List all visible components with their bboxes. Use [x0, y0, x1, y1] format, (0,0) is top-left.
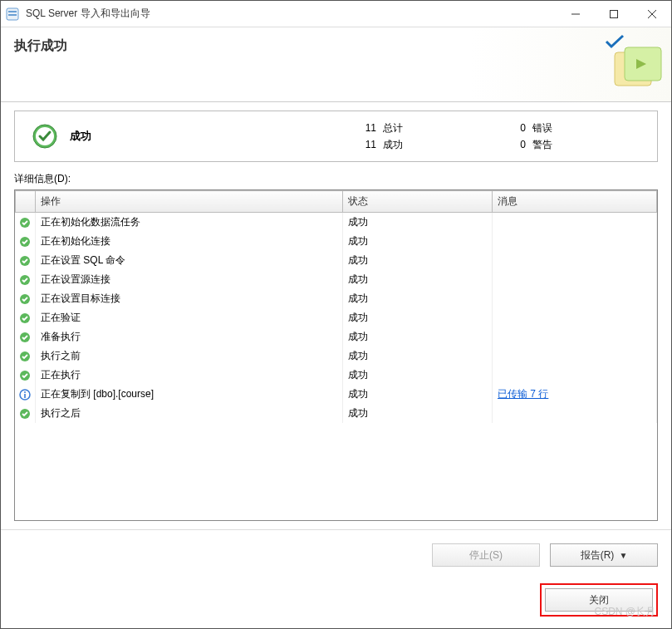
- details-table: 操作 状态 消息 正在初始化数据流任务成功正在初始化连接成功正在设置 SQL 命…: [15, 190, 657, 423]
- close-button-highlight: 关闭: [540, 583, 658, 617]
- table-row[interactable]: 正在执行成功: [16, 366, 657, 385]
- action-cell: 准备执行: [36, 327, 343, 346]
- page-title: 执行成功: [14, 37, 658, 55]
- window-title: SQL Server 导入和导出向导: [26, 7, 557, 21]
- error-label: 错误: [532, 120, 552, 136]
- success-icon: [16, 251, 36, 270]
- table-row[interactable]: 准备执行成功: [16, 327, 657, 346]
- status-cell: 成功: [343, 366, 493, 385]
- action-cell: 正在设置 SQL 命令: [36, 251, 343, 270]
- action-cell: 正在验证: [36, 308, 343, 327]
- footer-row: 关闭: [1, 575, 671, 628]
- error-count: 0: [499, 120, 526, 136]
- success-icon: [16, 346, 36, 366]
- maximize-button[interactable]: [595, 2, 633, 27]
- svg-point-22: [24, 391, 26, 393]
- col-header-icon[interactable]: [16, 191, 36, 213]
- window-controls: [557, 2, 671, 27]
- content-area: 成功 11总计 11成功 0错误 0警告 详细信息(D):: [1, 102, 671, 529]
- table-row[interactable]: 正在初始化数据流任务成功: [16, 213, 657, 233]
- status-cell: 成功: [343, 213, 493, 233]
- action-cell: 正在执行: [36, 366, 343, 385]
- status-cell: 成功: [343, 404, 493, 423]
- message-link[interactable]: 已传输 7 行: [498, 388, 548, 400]
- table-row[interactable]: 执行之前成功: [16, 346, 657, 366]
- success-icon: [16, 270, 36, 289]
- wizard-window: SQL Server 导入和导出向导 执行成功: [0, 0, 672, 629]
- message-cell: 已传输 7 行: [493, 385, 657, 404]
- message-cell: [493, 270, 657, 289]
- table-row[interactable]: 正在验证成功: [16, 308, 657, 327]
- col-header-message[interactable]: 消息: [493, 191, 657, 213]
- summary-status-text: 成功: [70, 129, 91, 144]
- status-cell: 成功: [343, 232, 493, 251]
- success-icon: [16, 232, 36, 251]
- stop-button[interactable]: 停止(S): [432, 543, 540, 567]
- report-button[interactable]: 报告(R) ▼: [550, 543, 658, 567]
- message-cell: [493, 213, 657, 233]
- svg-rect-23: [24, 394, 26, 398]
- status-cell: 成功: [343, 251, 493, 270]
- action-cell: 正在初始化连接: [36, 232, 343, 251]
- success-icon: [16, 308, 36, 327]
- status-cell: 成功: [343, 270, 493, 289]
- message-cell: [493, 327, 657, 346]
- success-icon: [16, 327, 36, 346]
- warning-count: 0: [499, 136, 526, 153]
- header-panel: 执行成功: [1, 27, 671, 102]
- details-label: 详细信息(D):: [14, 172, 658, 186]
- total-count: 11: [350, 120, 376, 136]
- status-cell: 成功: [343, 346, 493, 366]
- message-cell: [493, 346, 657, 366]
- table-row[interactable]: 正在设置目标连接成功: [16, 289, 657, 308]
- message-cell: [493, 308, 657, 327]
- message-cell: [493, 251, 657, 270]
- report-button-label: 报告(R): [581, 548, 615, 563]
- summary-errors: 0错误 0警告: [499, 120, 649, 153]
- action-cell: 正在设置源连接: [36, 270, 343, 289]
- dropdown-caret-icon: ▼: [619, 551, 627, 560]
- table-row[interactable]: 正在初始化连接成功: [16, 232, 657, 251]
- message-cell: [493, 404, 657, 423]
- success-icon: [16, 289, 36, 308]
- status-cell: 成功: [343, 289, 493, 308]
- success-label: 成功: [383, 136, 403, 153]
- status-cell: 成功: [343, 308, 493, 327]
- close-window-button[interactable]: [633, 2, 671, 27]
- action-cell: 正在设置目标连接: [36, 289, 343, 308]
- svg-rect-1: [8, 11, 17, 12]
- action-button-row: 停止(S) 报告(R) ▼: [1, 529, 671, 575]
- col-header-status[interactable]: 状态: [343, 191, 493, 213]
- success-count: 11: [350, 136, 376, 153]
- titlebar: SQL Server 导入和导出向导: [1, 1, 671, 27]
- action-cell: 正在复制到 [dbo].[course]: [36, 385, 343, 404]
- action-cell: 执行之前: [36, 346, 343, 366]
- message-cell: [493, 289, 657, 308]
- svg-rect-4: [611, 10, 618, 17]
- table-row[interactable]: 正在设置 SQL 命令成功: [16, 251, 657, 270]
- success-icon: [16, 213, 36, 233]
- action-cell: 正在初始化数据流任务: [36, 213, 343, 233]
- table-row[interactable]: 执行之后成功: [16, 404, 657, 423]
- table-row[interactable]: 正在设置源连接成功: [16, 270, 657, 289]
- success-large-icon: [32, 123, 58, 150]
- minimize-button[interactable]: [557, 2, 595, 27]
- status-cell: 成功: [343, 327, 493, 346]
- table-row[interactable]: 正在复制到 [dbo].[course]成功已传输 7 行: [16, 385, 657, 404]
- details-table-wrap: 操作 状态 消息 正在初始化数据流任务成功正在初始化连接成功正在设置 SQL 命…: [14, 189, 658, 521]
- header-decoration-icon: [611, 44, 665, 94]
- info-icon: [16, 385, 36, 404]
- close-button[interactable]: 关闭: [545, 588, 653, 612]
- total-label: 总计: [383, 120, 403, 136]
- summary-box: 成功 11总计 11成功 0错误 0警告: [14, 111, 658, 162]
- app-icon: [6, 7, 19, 21]
- message-cell: [493, 232, 657, 251]
- message-cell: [493, 366, 657, 385]
- warning-label: 警告: [532, 136, 552, 153]
- success-icon: [16, 366, 36, 385]
- summary-totals: 11总计 11成功: [350, 120, 499, 153]
- col-header-action[interactable]: 操作: [36, 191, 343, 213]
- status-cell: 成功: [343, 385, 493, 404]
- svg-rect-2: [8, 14, 17, 16]
- action-cell: 执行之后: [36, 404, 343, 423]
